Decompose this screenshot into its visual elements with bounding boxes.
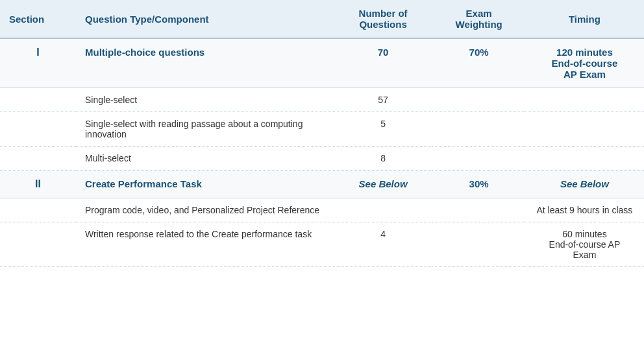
sub-section-empty-1 <box>0 88 76 112</box>
table-header-row: Section Question Type/Component Number o… <box>0 0 644 38</box>
sub-type-single-select-reading: Single-select with reading passage about… <box>76 112 334 147</box>
section-I-weighting: 70% <box>432 38 525 88</box>
section-I-row: I Multiple-choice questions 70 70% 120 m… <box>0 38 644 88</box>
sub-weighting-single-select-reading <box>432 112 525 147</box>
exam-table-container: Section Question Type/Component Number o… <box>0 0 644 267</box>
sub-row-single-select: Single-select 57 <box>0 88 644 112</box>
section-I-num: I <box>0 38 76 88</box>
sub-timing-program-code: At least 9 hours in class <box>525 198 644 222</box>
sub-row-single-select-reading: Single-select with reading passage about… <box>0 112 644 147</box>
sub-questions-single-select-reading: 5 <box>334 112 433 147</box>
sub-row-multi-select: Multi-select 8 <box>0 147 644 171</box>
sub-section-empty-3 <box>0 147 76 171</box>
sub-timing-multi-select <box>525 147 644 171</box>
sub-timing-single-select <box>525 88 644 112</box>
header-section: Section <box>0 0 76 38</box>
sub-row-program-code: Program code, video, and Personalized Pr… <box>0 198 644 222</box>
sub-weighting-program-code <box>432 198 525 222</box>
sub-questions-program-code <box>334 198 433 222</box>
sub-weighting-single-select <box>432 88 525 112</box>
sub-questions-single-select: 57 <box>334 88 433 112</box>
sub-type-single-select: Single-select <box>76 88 334 112</box>
section-II-num: II <box>0 171 76 198</box>
section-II-timing: See Below <box>525 171 644 198</box>
section-I-timing: 120 minutes End-of-course AP Exam <box>525 38 644 88</box>
sub-section-empty-4 <box>0 198 76 222</box>
sub-timing-single-select-reading <box>525 112 644 147</box>
sub-weighting-written-response <box>432 222 525 267</box>
section-I-questions: 70 <box>334 38 433 88</box>
sub-section-empty-2 <box>0 112 76 147</box>
sub-section-empty-5 <box>0 222 76 267</box>
section-II-weighting: 30% <box>432 171 525 198</box>
sub-type-multi-select: Multi-select <box>76 147 334 171</box>
sub-questions-written-response: 4 <box>334 222 433 267</box>
sub-timing-written-response: 60 minutes End-of-course AP Exam <box>525 222 644 267</box>
header-question-type: Question Type/Component <box>76 0 334 38</box>
section-II-row: II Create Performance Task See Below 30%… <box>0 171 644 198</box>
sub-type-written-response: Written response related to the Create p… <box>76 222 334 267</box>
header-timing: Timing <box>525 0 644 38</box>
sub-type-program-code: Program code, video, and Personalized Pr… <box>76 198 334 222</box>
header-num-questions: Number of Questions <box>334 0 433 38</box>
section-II-questions: See Below <box>334 171 433 198</box>
exam-table: Section Question Type/Component Number o… <box>0 0 644 267</box>
sub-weighting-multi-select <box>432 147 525 171</box>
header-exam-weighting: Exam Weighting <box>432 0 525 38</box>
section-I-type: Multiple-choice questions <box>76 38 334 88</box>
sub-row-written-response: Written response related to the Create p… <box>0 222 644 267</box>
section-II-type: Create Performance Task <box>76 171 334 198</box>
sub-questions-multi-select: 8 <box>334 147 433 171</box>
